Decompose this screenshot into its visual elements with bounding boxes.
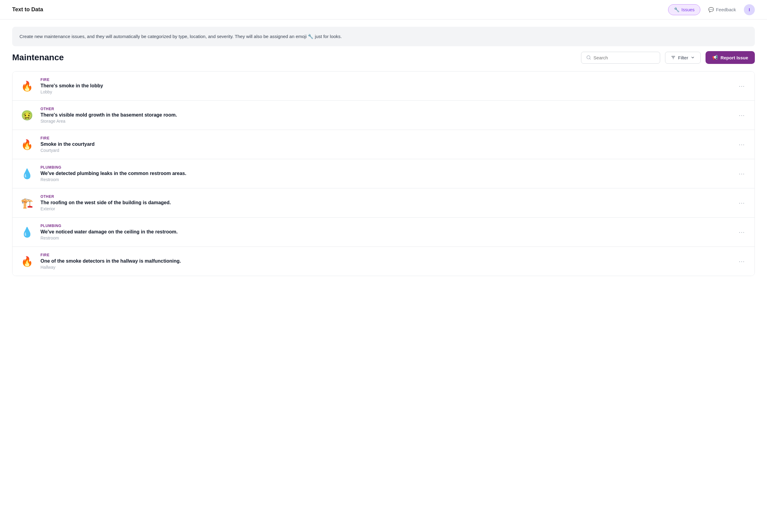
header-nav: 🔧 Issues 💬 Feedback I: [668, 4, 755, 15]
issue-row: 🔥 FIRE There's smoke in the lobby Lobby …: [12, 72, 755, 101]
issue-title: There's visible mold growth in the basem…: [40, 112, 730, 118]
issue-title: We've noticed water damage on the ceilin…: [40, 229, 730, 235]
issue-row: 🔥 FIRE Smoke in the courtyard Courtyard …: [12, 130, 755, 159]
issue-title: Smoke in the courtyard: [40, 142, 730, 147]
filter-icon: [671, 55, 676, 60]
issues-nav-button[interactable]: 🔧 Issues: [668, 4, 700, 15]
issue-category: PLUMBING: [40, 165, 730, 170]
issue-row: 🔥 FIRE One of the smoke detectors in the…: [12, 247, 755, 276]
chevron-down-icon: [691, 55, 695, 60]
issues-icon: 🔧: [674, 7, 680, 12]
info-banner: Create new maintenance issues, and they …: [12, 27, 755, 46]
search-input[interactable]: [594, 55, 655, 60]
report-issue-button[interactable]: 📢 Report Issue: [706, 51, 755, 64]
issue-more-button[interactable]: ···: [736, 140, 747, 149]
report-label: Report Issue: [720, 55, 748, 60]
issue-row: 💧 PLUMBING We've noticed water damage on…: [12, 218, 755, 247]
issue-location: Restroom: [40, 236, 730, 240]
avatar-initials: I: [749, 7, 750, 12]
issue-content: FIRE There's smoke in the lobby Lobby: [40, 78, 730, 94]
filter-button[interactable]: Filter: [665, 52, 701, 64]
toolbar: Maintenance Filter 📢 Report Issue: [12, 51, 755, 64]
issue-emoji: 🏗️: [20, 196, 34, 210]
search-icon: [586, 55, 591, 60]
issue-emoji: 💧: [20, 166, 34, 181]
page-title: Maintenance: [12, 53, 576, 62]
main-content: Maintenance Filter 📢 Report Issue 🔥 FIRE: [0, 51, 767, 276]
issue-location: Restroom: [40, 177, 730, 182]
issue-content: OTHER There's visible mold growth in the…: [40, 107, 730, 124]
issue-content: PLUMBING We've detected plumbing leaks i…: [40, 165, 730, 182]
issue-category: OTHER: [40, 107, 730, 111]
issue-list: 🔥 FIRE There's smoke in the lobby Lobby …: [12, 71, 755, 276]
issue-row: 🤢 OTHER There's visible mold growth in t…: [12, 101, 755, 130]
issues-nav-label: Issues: [681, 7, 695, 12]
issue-title: The roofing on the west side of the buil…: [40, 200, 730, 205]
issue-more-button[interactable]: ···: [736, 81, 747, 91]
issue-row: 🏗️ OTHER The roofing on the west side of…: [12, 188, 755, 218]
issue-location: Courtyard: [40, 148, 730, 153]
issue-content: FIRE Smoke in the courtyard Courtyard: [40, 136, 730, 153]
issue-location: Exterior: [40, 206, 730, 211]
header: Text to Data 🔧 Issues 💬 Feedback I: [0, 0, 767, 19]
issue-category: PLUMBING: [40, 224, 730, 228]
issue-more-button[interactable]: ···: [736, 227, 747, 237]
report-icon: 📢: [712, 55, 718, 60]
search-box[interactable]: [581, 52, 660, 64]
issue-emoji: 🔥: [20, 137, 34, 152]
issue-location: Lobby: [40, 89, 730, 94]
filter-label: Filter: [678, 55, 688, 60]
issue-content: OTHER The roofing on the west side of th…: [40, 194, 730, 211]
svg-line-1: [590, 58, 590, 59]
issue-category: FIRE: [40, 253, 730, 257]
issue-title: One of the smoke detectors in the hallwa…: [40, 258, 730, 264]
issue-category: FIRE: [40, 78, 730, 82]
banner-text: Create new maintenance issues, and they …: [19, 34, 342, 39]
issue-title: There's smoke in the lobby: [40, 83, 730, 89]
issue-more-button[interactable]: ···: [736, 198, 747, 208]
issue-category: FIRE: [40, 136, 730, 140]
issue-title: We've detected plumbing leaks in the com…: [40, 171, 730, 176]
feedback-icon: 💬: [708, 7, 714, 12]
issue-more-button[interactable]: ···: [736, 257, 747, 266]
issue-more-button[interactable]: ···: [736, 169, 747, 178]
issue-location: Storage Area: [40, 119, 730, 124]
feedback-nav-label: Feedback: [716, 7, 736, 12]
issue-content: FIRE One of the smoke detectors in the h…: [40, 253, 730, 270]
issue-location: Hallway: [40, 265, 730, 270]
issue-row: 💧 PLUMBING We've detected plumbing leaks…: [12, 159, 755, 188]
issue-emoji: 💧: [20, 225, 34, 240]
app-title: Text to Data: [12, 6, 663, 13]
issue-emoji: 🤢: [20, 108, 34, 123]
avatar[interactable]: I: [744, 4, 755, 15]
issue-content: PLUMBING We've noticed water damage on t…: [40, 224, 730, 240]
issue-emoji: 🔥: [20, 79, 34, 93]
issue-emoji: 🔥: [20, 254, 34, 269]
feedback-nav-button[interactable]: 💬 Feedback: [703, 5, 741, 15]
issue-category: OTHER: [40, 194, 730, 199]
issue-more-button[interactable]: ···: [736, 110, 747, 120]
